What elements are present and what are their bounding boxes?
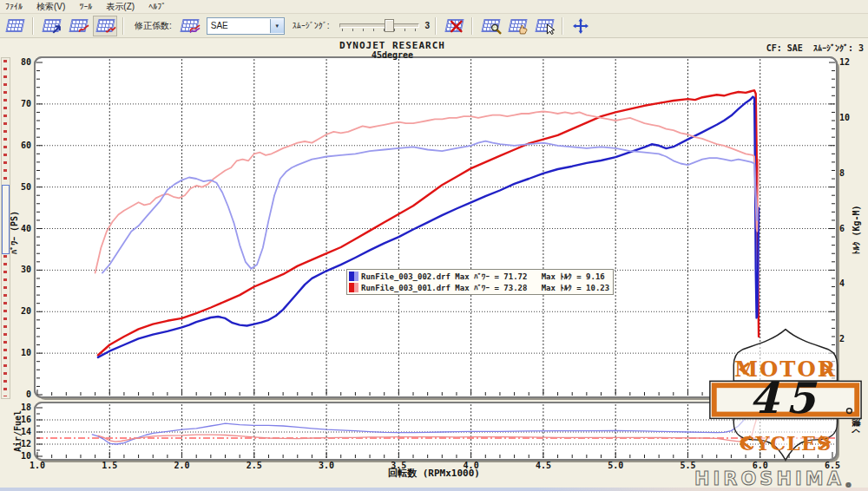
smoothing-value: 3 bbox=[425, 21, 431, 30]
menu-item-2[interactable]: ﾂｰﾙ bbox=[79, 2, 92, 11]
toolbar-separator bbox=[435, 17, 437, 35]
hiroshima-text: HIROSHIMA。 bbox=[694, 468, 866, 489]
shop-logo: MOTOR 45 CYCLES bbox=[705, 314, 866, 475]
logo-cycles-text: CYCLES bbox=[740, 432, 832, 455]
legend-text-run-002: RunFile_003_002.drf Max ﾊﾟﾜｰ = 71.72 Max… bbox=[361, 272, 605, 281]
chart-subtitle: 45degree bbox=[227, 50, 557, 60]
power-tick-label: 10 bbox=[10, 348, 31, 357]
af-axis-label: Air/Fuel bbox=[13, 410, 23, 452]
power-tick-label: 0 bbox=[10, 390, 31, 399]
smoothing-label: ｽﾑｰｼﾞﾝｸﾞ: bbox=[293, 21, 330, 30]
power-tick-label: 30 bbox=[10, 265, 31, 274]
delete-run-icon bbox=[444, 19, 464, 32]
toolbar: 修正係数: SAE ▼ ｽﾑｰｼﾞﾝｸﾞ: 3 bbox=[0, 14, 868, 38]
pan-hand-icon bbox=[508, 19, 527, 32]
toolbar-separator bbox=[32, 17, 34, 35]
zoom-chart-icon bbox=[481, 19, 500, 32]
overlay-run-button[interactable] bbox=[93, 16, 117, 36]
torque-tick-label: 8 bbox=[839, 168, 845, 178]
legend-swatch-run-001 bbox=[349, 283, 358, 292]
correction-factor-value: SAE bbox=[207, 21, 270, 30]
move-axes-button[interactable] bbox=[569, 16, 593, 36]
graph-grid-icon bbox=[5, 19, 24, 32]
rpm-axis-label: 回転数 (RPMx1000) bbox=[260, 467, 608, 480]
view-graph-button[interactable] bbox=[3, 16, 27, 36]
smoothing-slider-ticks bbox=[342, 29, 417, 31]
power-tick-label: 60 bbox=[10, 141, 31, 150]
legend-swatch-run-002 bbox=[349, 272, 358, 281]
zoom-chart-button[interactable] bbox=[478, 16, 503, 36]
delete-run-button[interactable] bbox=[442, 16, 466, 36]
graph-run-button[interactable] bbox=[66, 16, 90, 36]
power-tick-label: 20 bbox=[10, 306, 31, 316]
toolbar-separator bbox=[122, 17, 124, 35]
power-tick-label: 70 bbox=[10, 99, 31, 108]
power-axis-label: ﾊﾟﾜｰ (PS) bbox=[10, 211, 19, 254]
overlay-run-icon bbox=[95, 19, 115, 32]
torque-axis-label: ﾄﾙｸ (Kg-M) bbox=[852, 205, 861, 254]
toolbar-separator bbox=[471, 17, 473, 35]
menu-item-4[interactable]: ﾍﾙﾌﾟ bbox=[148, 2, 166, 11]
window-bottom-edge bbox=[0, 488, 868, 491]
pan-chart-button[interactable] bbox=[505, 16, 529, 36]
x-tick-label: 1.5 bbox=[100, 461, 119, 470]
move-axes-icon bbox=[573, 18, 589, 34]
chevron-down-icon[interactable]: ▼ bbox=[270, 19, 284, 33]
smoothing-slider[interactable] bbox=[339, 18, 419, 33]
legend-row: RunFile_003_002.drf Max ﾊﾟﾜｰ = 71.72 Max… bbox=[349, 271, 609, 282]
correction-factor-icon bbox=[181, 19, 200, 32]
smoothing-slider-thumb[interactable] bbox=[385, 19, 394, 32]
correction-factor-label: 修正係数: bbox=[135, 20, 172, 32]
pointer-cursor-icon bbox=[535, 19, 554, 32]
torque-tick-label: 4 bbox=[839, 278, 845, 288]
correction-smoothing-info: CF: SAE ｽﾑｰｼﾞﾝｸﾞ: 3 bbox=[766, 43, 864, 53]
torque-tick-label: 6 bbox=[839, 224, 845, 233]
toolbar-separator bbox=[562, 17, 563, 35]
add-run-icon bbox=[42, 19, 61, 32]
x-tick-label: 5.0 bbox=[606, 461, 625, 470]
af-tick-label: 10 bbox=[10, 451, 31, 461]
pointer-button[interactable] bbox=[532, 16, 556, 36]
x-tick-label: 2.0 bbox=[173, 461, 192, 470]
smoothing-slider-track[interactable] bbox=[339, 23, 419, 28]
correction-factor-button[interactable] bbox=[178, 16, 202, 36]
torque-tick-label: 12 bbox=[839, 57, 850, 67]
logo-number: 45 bbox=[749, 373, 822, 423]
legend-text-run-001: RunFile_003_001.drf Max ﾊﾟﾜｰ = 73.28 Max… bbox=[361, 284, 609, 292]
add-run-button[interactable] bbox=[39, 16, 63, 36]
x-tick-label: 1.0 bbox=[28, 461, 47, 470]
torque-tick-label: 10 bbox=[839, 113, 850, 122]
graph-run-icon bbox=[69, 19, 88, 32]
menu-item-0[interactable]: ﾌｧｲﾙ bbox=[5, 2, 23, 11]
power-tick-label: 80 bbox=[10, 57, 31, 67]
correction-factor-select[interactable]: SAE ▼ bbox=[207, 17, 285, 35]
menu-item-3[interactable]: 表示(Z) bbox=[106, 1, 135, 13]
legend-row: RunFile_003_001.drf Max ﾊﾟﾜｰ = 73.28 Max… bbox=[349, 282, 609, 293]
power-tick-label: 50 bbox=[10, 182, 31, 192]
menu-item-1[interactable]: 検索(V) bbox=[36, 1, 65, 13]
legend: RunFile_003_002.drf Max ﾊﾟﾜｰ = 71.72 Max… bbox=[346, 269, 614, 295]
menu-bar: ﾌｧｲﾙ検索(V)ﾂｰﾙ表示(Z)ﾍﾙﾌﾟ bbox=[0, 0, 868, 14]
